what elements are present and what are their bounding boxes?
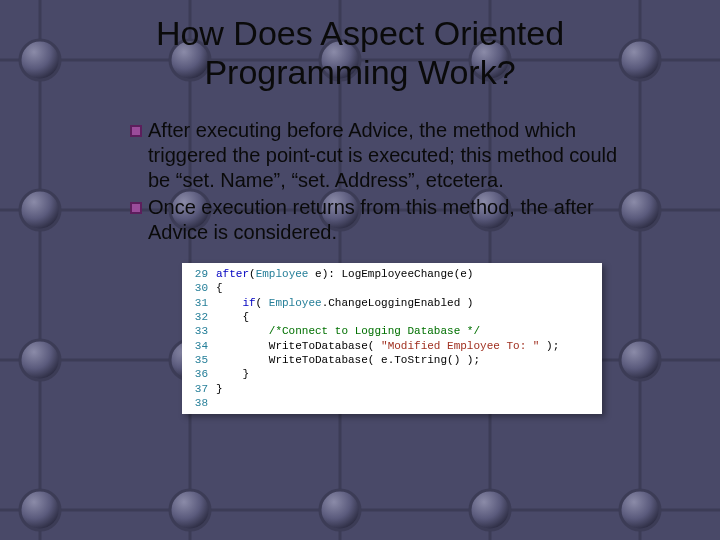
code-line: 33 /*Connect to Logging Database */ bbox=[188, 324, 596, 338]
code-line: 32 { bbox=[188, 310, 596, 324]
code-line: 30{ bbox=[188, 281, 596, 295]
bullet-text: After executing before Advice, the metho… bbox=[148, 118, 640, 193]
svg-rect-30 bbox=[132, 127, 140, 135]
slide: How Does Aspect Oriented Programming Wor… bbox=[0, 0, 720, 540]
code-line: 35 WriteToDatabase( e.ToString() ); bbox=[188, 353, 596, 367]
slide-body: After executing before Advice, the metho… bbox=[40, 118, 680, 414]
code-line: 36 } bbox=[188, 367, 596, 381]
code-line: 34 WriteToDatabase( "Modified Employee T… bbox=[188, 339, 596, 353]
code-line: 37} bbox=[188, 382, 596, 396]
bullet-text: Once execution returns from this method,… bbox=[148, 195, 640, 245]
bullet-icon bbox=[130, 125, 142, 137]
slide-title: How Does Aspect Oriented Programming Wor… bbox=[40, 14, 680, 92]
code-line: 31 if( Employee.ChangeLoggingEnabled ) bbox=[188, 296, 596, 310]
bullet-item: After executing before Advice, the metho… bbox=[130, 118, 640, 193]
bullet-item: Once execution returns from this method,… bbox=[130, 195, 640, 245]
code-line: 29after(Employee e): LogEmployeeChange(e… bbox=[188, 267, 596, 281]
code-snippet: 29after(Employee e): LogEmployeeChange(e… bbox=[182, 263, 602, 414]
svg-rect-32 bbox=[132, 204, 140, 212]
bullet-icon bbox=[130, 202, 142, 214]
code-line: 38 bbox=[188, 396, 596, 410]
